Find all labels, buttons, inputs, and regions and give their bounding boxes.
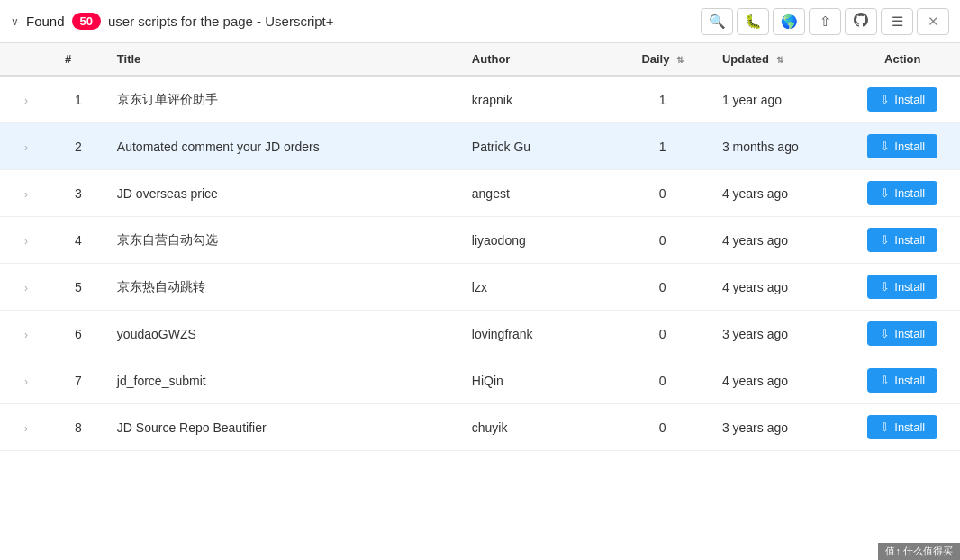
table-row: › 2 Automated comment your JD orders Pat… — [0, 123, 960, 170]
row-title-cell: 京东热自动跳转 — [104, 264, 459, 311]
row-expand-icon[interactable]: › — [24, 329, 28, 341]
row-expand-cell[interactable]: › — [0, 357, 52, 404]
row-updated-cell: 4 years ago — [710, 357, 846, 404]
row-num-cell: 8 — [52, 404, 104, 451]
install-button[interactable]: ⇩ Install — [867, 134, 937, 158]
row-num-cell: 4 — [52, 217, 104, 264]
install-button[interactable]: ⇩ Install — [867, 321, 937, 346]
scripts-table-container: # Title Author Daily ⇅ Updated ⇅ Action … — [0, 43, 960, 451]
row-author-cell: lovingfrank — [459, 311, 616, 357]
row-updated-cell: 4 years ago — [710, 170, 846, 217]
download-icon: ⇩ — [880, 374, 890, 387]
row-action-cell: ⇩ Install — [846, 264, 961, 311]
install-button[interactable]: ⇩ Install — [867, 181, 937, 205]
header-icons: 🔍 🐛 🌎 ⇧ ☰ ✕ — [701, 8, 949, 35]
collapse-chevron-icon[interactable]: ∨ — [11, 15, 19, 28]
row-author-cell: Patrick Gu — [459, 123, 616, 170]
row-expand-icon[interactable]: › — [24, 95, 28, 107]
install-label: Install — [894, 140, 925, 153]
row-action-cell: ⇩ Install — [846, 123, 961, 170]
row-author-cell: HiQin — [459, 357, 616, 404]
row-updated-cell: 3 years ago — [710, 311, 846, 357]
install-button[interactable]: ⇩ Install — [867, 275, 937, 299]
row-title-cell: JD Source Repo Beautifier — [104, 404, 459, 451]
row-title-cell: youdaoGWZS — [104, 311, 459, 357]
row-expand-cell[interactable]: › — [0, 311, 52, 357]
row-num-cell: 6 — [52, 311, 104, 357]
table-header: # Title Author Daily ⇅ Updated ⇅ Action — [0, 43, 960, 76]
upload-icon: ⇧ — [820, 14, 831, 30]
install-button[interactable]: ⇩ Install — [867, 228, 937, 252]
table-row: › 5 京东热自动跳转 lzx 0 4 years ago ⇩ Install — [0, 264, 960, 311]
row-updated-cell: 3 months ago — [710, 123, 846, 170]
install-button[interactable]: ⇩ Install — [867, 368, 937, 393]
download-icon: ⇩ — [880, 280, 890, 294]
search-button[interactable]: 🔍 — [701, 8, 733, 35]
menu-icon: ☰ — [892, 14, 903, 30]
row-author-cell: angest — [459, 170, 616, 217]
row-daily-cell: 0 — [616, 170, 710, 217]
row-title-cell: 京东自营自动勾选 — [104, 217, 459, 264]
row-daily-cell: 0 — [616, 264, 710, 311]
menu-button[interactable]: ☰ — [881, 8, 913, 35]
info-button[interactable]: ⇧ — [809, 8, 841, 35]
row-expand-icon[interactable]: › — [24, 282, 28, 294]
globe-icon: 🌎 — [781, 14, 798, 30]
col-header-expand — [0, 43, 52, 76]
row-updated-cell: 4 years ago — [710, 217, 846, 264]
download-icon: ⇩ — [880, 186, 890, 200]
row-expand-icon[interactable]: › — [24, 141, 28, 154]
found-label: Found — [26, 14, 65, 29]
row-action-cell: ⇩ Install — [846, 404, 961, 451]
table-body: › 1 京东订单评价助手 krapnik 1 1 year ago ⇩ Inst… — [0, 76, 960, 451]
row-title-cell: 京东订单评价助手 — [104, 76, 459, 123]
col-header-updated[interactable]: Updated ⇅ — [710, 43, 846, 76]
row-action-cell: ⇩ Install — [846, 357, 961, 404]
row-expand-cell[interactable]: › — [0, 123, 52, 170]
header-bar: ∨ Found 50 user scripts for the page - U… — [0, 0, 960, 43]
col-header-daily[interactable]: Daily ⇅ — [616, 43, 710, 76]
header-subtitle: user scripts for the page - Userscript+ — [108, 14, 334, 29]
table-row: › 3 JD overseas price angest 0 4 years a… — [0, 170, 960, 217]
row-num-cell: 5 — [52, 264, 104, 311]
bug-button[interactable]: 🐛 — [737, 8, 769, 35]
row-title-cell: JD overseas price — [104, 170, 459, 217]
close-button[interactable]: ✕ — [917, 8, 949, 35]
table-row: › 4 京东自营自动勾选 liyaodong 0 4 years ago ⇩ I… — [0, 217, 960, 264]
row-expand-icon[interactable]: › — [24, 422, 28, 435]
row-action-cell: ⇩ Install — [846, 311, 961, 357]
col-header-title: Title — [104, 43, 459, 76]
row-num-cell: 3 — [52, 170, 104, 217]
row-updated-cell: 3 years ago — [710, 404, 846, 451]
row-num-cell: 1 — [52, 76, 104, 123]
github-icon — [854, 13, 868, 30]
table-row: › 1 京东订单评价助手 krapnik 1 1 year ago ⇩ Inst… — [0, 76, 960, 123]
install-button[interactable]: ⇩ Install — [867, 87, 937, 112]
row-expand-icon[interactable]: › — [24, 235, 28, 248]
row-expand-cell[interactable]: › — [0, 264, 52, 311]
row-author-cell: krapnik — [459, 76, 616, 123]
row-daily-cell: 0 — [616, 311, 710, 357]
install-label: Install — [894, 327, 925, 340]
row-action-cell: ⇩ Install — [846, 76, 961, 123]
row-expand-cell[interactable]: › — [0, 217, 52, 264]
row-expand-icon[interactable]: › — [24, 188, 28, 201]
install-button[interactable]: ⇩ Install — [867, 415, 937, 439]
row-updated-cell: 1 year ago — [710, 76, 846, 123]
globe-button[interactable]: 🌎 — [773, 8, 805, 35]
row-updated-cell: 4 years ago — [710, 264, 846, 311]
table-row: › 7 jd_force_submit HiQin 0 4 years ago … — [0, 357, 960, 404]
install-label: Install — [894, 93, 925, 106]
scripts-table: # Title Author Daily ⇅ Updated ⇅ Action … — [0, 43, 960, 451]
github-button[interactable] — [845, 8, 877, 35]
row-daily-cell: 1 — [616, 76, 710, 123]
row-expand-cell[interactable]: › — [0, 76, 52, 123]
row-expand-cell[interactable]: › — [0, 170, 52, 217]
col-header-action: Action — [846, 43, 961, 76]
row-expand-icon[interactable]: › — [24, 375, 28, 388]
row-expand-cell[interactable]: › — [0, 404, 52, 451]
row-num-cell: 7 — [52, 357, 104, 404]
row-author-cell: lzx — [459, 264, 616, 311]
row-daily-cell: 1 — [616, 123, 710, 170]
count-badge: 50 — [72, 13, 101, 30]
